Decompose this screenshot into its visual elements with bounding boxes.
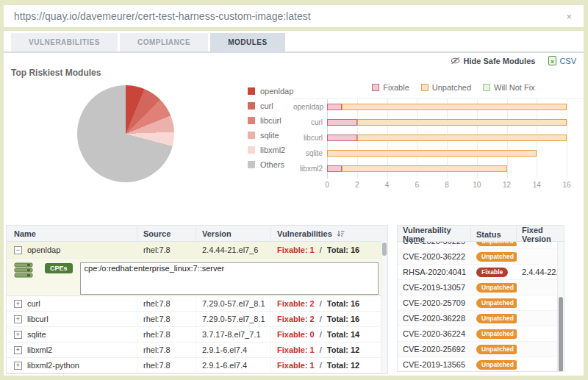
bar-segment-fixable — [327, 119, 357, 126]
stacked-bar[interactable] — [327, 165, 507, 172]
module-name: curl — [27, 299, 40, 308]
modules-table: Name Source Version Vulnerabilities −ope… — [6, 225, 388, 374]
module-source: rhel:7.8 — [137, 296, 196, 311]
col-header-name[interactable]: Name — [7, 226, 137, 241]
vuln-name: CVE-2019-13565 — [398, 360, 471, 369]
pie-legend-item: libxml2 — [248, 143, 293, 157]
table-row-libxml2[interactable]: +libxml2rhel:7.82.9.1-6.el7.4Fixable: 1 … — [7, 343, 387, 358]
vuln-scrollbar[interactable] — [557, 241, 564, 371]
csv-download-link[interactable]: x CSV — [548, 56, 576, 65]
stacked-bar[interactable] — [327, 150, 537, 157]
csv-label: CSV — [559, 57, 576, 65]
total-count: Total: 14 — [327, 330, 359, 339]
bar-segment-unpatched — [357, 135, 567, 141]
separator: / — [320, 299, 322, 308]
vuln-name: CVE-2020-36228 — [398, 314, 471, 323]
vuln-table-header: Vulnerability Name Status Fixed Version — [398, 226, 564, 242]
table-row-sqlite[interactable]: +sqliterhel:7.83.7.17-8.el7_7.1Fixable: … — [7, 327, 387, 343]
bar-segment-fixable — [327, 165, 342, 172]
module-vulnerabilities: Fixable: 0 / Total: 14 — [271, 327, 387, 342]
bar-segment-fixable — [327, 135, 357, 141]
module-version: 3.7.17-8.el7_7.1 — [196, 327, 271, 342]
close-icon[interactable]: × — [566, 12, 572, 21]
modules-scrollbar-thumb[interactable] — [382, 243, 387, 256]
expand-icon[interactable]: + — [14, 331, 22, 339]
table-row-curl[interactable]: +curlrhel:7.87.29.0-57.el7_8.1Fixable: 2… — [7, 296, 387, 312]
table-row-openldap[interactable]: −openldaprhel:7.82.4.44-21.el7_6Fixable:… — [7, 242, 387, 259]
pie-legend-label: openldap — [260, 87, 293, 96]
table-row-libxml2-python[interactable]: +libxml2-pythonrhel:7.82.9.1-6.el7.4Fixa… — [7, 358, 387, 373]
eye-slash-icon — [451, 57, 460, 65]
bar-row: openldap — [293, 99, 584, 115]
vuln-row-CVE-2020-36222[interactable]: CVE-2020-36222Unpatched — [398, 249, 564, 265]
hide-safe-modules-button[interactable]: Hide Safe Modules — [451, 57, 536, 65]
vuln-scrollbar-thumb[interactable] — [559, 297, 563, 372]
col-header-status[interactable]: Status — [471, 226, 517, 243]
separator: / — [320, 315, 322, 323]
col-header-source[interactable]: Source — [137, 226, 196, 241]
vuln-row-CVE-2020-36224[interactable]: CVE-2020-36224Unpatched — [398, 326, 564, 342]
col-header-vulnerabilities[interactable]: Vulnerabilities — [271, 226, 387, 241]
col-header-fixed-version[interactable]: Fixed Version — [517, 226, 564, 243]
legend-swatch — [421, 84, 429, 91]
x-tick-label: 10 — [473, 181, 481, 189]
expand-icon[interactable]: + — [14, 362, 22, 370]
vuln-row-RHSA-2020:4041[interactable]: RHSA-2020:4041Fixable2.4.44-22.el7 — [398, 265, 564, 280]
bar-plot-area: openldapcurllibcurlsqlitelibxml2 — [293, 98, 584, 179]
stacked-bar[interactable] — [327, 104, 567, 110]
tab-vulnerabilities[interactable]: VULNERABILITIES — [11, 33, 118, 51]
total-count: Total: 12 — [327, 345, 359, 354]
vuln-row-CVE-2020-25692[interactable]: CVE-2020-25692Unpatched — [398, 342, 564, 357]
stacked-bar[interactable] — [327, 135, 567, 141]
vuln-row-CVE-2020-36228[interactable]: CVE-2020-36228Unpatched — [398, 311, 564, 326]
bar-row: curl — [293, 115, 584, 130]
expand-icon[interactable]: + — [14, 315, 22, 323]
total-count: Total: 16 — [327, 315, 359, 323]
bar-legend-item: Unpatched — [421, 83, 471, 92]
module-source: rhel:7.8 — [137, 358, 196, 373]
collapse-icon[interactable]: − — [14, 246, 22, 254]
cpe-value-box[interactable]: cpe:/o:redhat:enterprise_linux:7::server — [80, 262, 379, 295]
separator: / — [320, 361, 322, 370]
x-tick-label: 8 — [445, 181, 449, 189]
vuln-name: RHSA-2020:4041 — [398, 268, 471, 276]
vuln-status-cell: Unpatched — [471, 359, 517, 370]
status-badge: Fixable — [476, 268, 508, 277]
cpe-expanded-panel: CPEscpe:/o:redhat:enterprise_linux:7::se… — [7, 259, 387, 296]
sort-icon[interactable] — [337, 230, 345, 237]
expand-icon[interactable]: + — [14, 300, 22, 308]
bar-category-label: curl — [293, 118, 323, 126]
tab-modules[interactable]: MODULES — [210, 33, 285, 51]
vuln-row-CVE-2020-25709[interactable]: CVE-2020-25709Unpatched — [398, 295, 564, 311]
pie-legend-item: openldap — [248, 84, 293, 98]
modules-scrollbar[interactable] — [381, 241, 387, 373]
vuln-status-cell: Unpatched — [471, 298, 517, 308]
bar-legend-item: Will Not Fix — [483, 83, 535, 92]
bar-segment-unpatched — [327, 150, 537, 157]
table-row-libcurl[interactable]: +libcurlrhel:7.87.29.0-57.el7_8.1Fixable… — [7, 312, 387, 327]
bar-row: libcurl — [293, 130, 584, 146]
vuln-status-cell: Unpatched — [471, 344, 517, 354]
vuln-row-CVE-2019-13565[interactable]: CVE-2019-13565Unpatched — [398, 357, 564, 372]
stacked-bar[interactable] — [327, 119, 567, 126]
bar-legend: FixableUnpatchedWill Not Fix — [293, 81, 584, 94]
module-version: 2.4.44-21.el7_6 — [196, 242, 271, 258]
pie-legend-item: Others — [248, 157, 293, 172]
pie-legend-label: libxml2 — [260, 146, 285, 154]
pie-legend-label: sqlite — [260, 131, 279, 140]
module-name-cell: +curl — [7, 296, 137, 311]
riskiest-modules-pie-chart[interactable] — [77, 85, 174, 182]
bar-segment-unpatched — [342, 165, 506, 172]
module-version: 2.9.1-6.el7.4 — [196, 358, 271, 373]
bar-segment-unpatched — [357, 119, 567, 126]
module-name-cell: −openldap — [7, 242, 137, 258]
tab-compliance[interactable]: COMPLIANCE — [120, 33, 208, 51]
vuln-row-CVE-2019-13057[interactable]: CVE-2019-13057Unpatched — [398, 280, 564, 295]
bar-legend-label: Fixable — [383, 83, 409, 92]
col-header-version[interactable]: Version — [196, 226, 271, 241]
section-title: Top Riskiest Modules — [11, 68, 101, 78]
col-header-vuln-name[interactable]: Vulnerability Name — [398, 226, 471, 243]
pie-legend-label: Others — [260, 160, 284, 169]
separator: / — [320, 330, 322, 339]
expand-icon[interactable]: + — [14, 346, 22, 354]
